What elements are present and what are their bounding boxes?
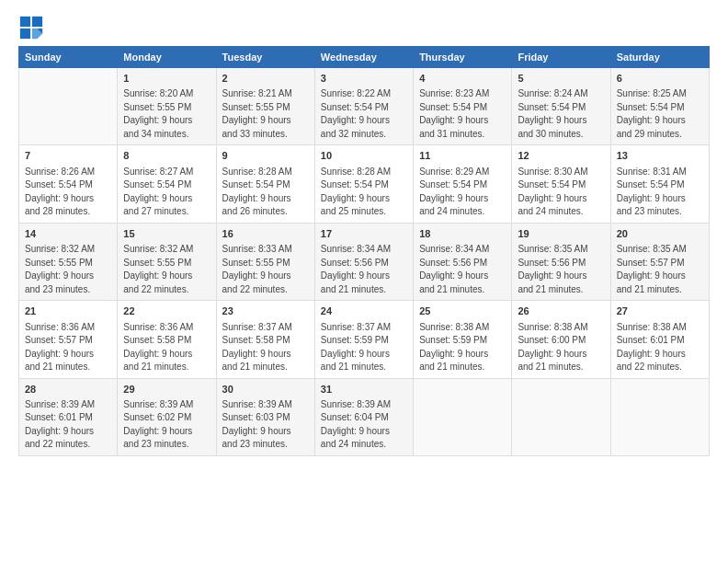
calendar-cell: 31Sunrise: 8:39 AM Sunset: 6:04 PM Dayli… (314, 378, 413, 455)
day-number: 12 (518, 149, 604, 163)
day-info: Sunrise: 8:22 AM Sunset: 5:54 PM Dayligh… (321, 87, 407, 141)
day-info: Sunrise: 8:32 AM Sunset: 5:55 PM Dayligh… (123, 243, 210, 296)
day-info: Sunrise: 8:37 AM Sunset: 5:58 PM Dayligh… (222, 321, 309, 374)
calendar-cell: 23Sunrise: 8:37 AM Sunset: 5:58 PM Dayli… (216, 301, 314, 378)
day-number: 23 (222, 304, 309, 318)
day-number: 22 (123, 304, 210, 318)
day-info: Sunrise: 8:28 AM Sunset: 5:54 PM Dayligh… (321, 166, 407, 219)
calendar-cell: 6Sunrise: 8:25 AM Sunset: 5:54 PM Daylig… (610, 68, 709, 145)
calendar-table: SundayMondayTuesdayWednesdayThursdayFrid… (18, 46, 710, 456)
day-info: Sunrise: 8:39 AM Sunset: 6:03 PM Dayligh… (222, 398, 309, 452)
day-number: 17 (321, 227, 407, 241)
day-info: Sunrise: 8:25 AM Sunset: 5:54 PM Dayligh… (617, 87, 703, 141)
calendar-cell: 29Sunrise: 8:39 AM Sunset: 6:02 PM Dayli… (118, 378, 216, 455)
calendar-cell: 1Sunrise: 8:20 AM Sunset: 5:55 PM Daylig… (118, 68, 216, 145)
day-number: 20 (617, 227, 703, 241)
calendar-cell (414, 378, 512, 455)
day-number: 2 (222, 72, 309, 86)
svg-rect-0 (20, 17, 30, 27)
svg-rect-2 (20, 29, 30, 39)
day-number: 3 (321, 72, 407, 86)
calendar-cell: 4Sunrise: 8:23 AM Sunset: 5:54 PM Daylig… (414, 68, 512, 145)
calendar-cell: 11Sunrise: 8:29 AM Sunset: 5:54 PM Dayli… (414, 145, 512, 223)
week-row-1: 1Sunrise: 8:20 AM Sunset: 5:55 PM Daylig… (19, 68, 710, 145)
calendar-cell: 18Sunrise: 8:34 AM Sunset: 5:56 PM Dayli… (414, 223, 512, 300)
col-header-tuesday: Tuesday (216, 47, 314, 68)
calendar-cell: 13Sunrise: 8:31 AM Sunset: 5:54 PM Dayli… (610, 145, 709, 223)
calendar-cell: 30Sunrise: 8:39 AM Sunset: 6:03 PM Dayli… (216, 378, 314, 455)
calendar-page: SundayMondayTuesdayWednesdayThursdayFrid… (0, 0, 728, 563)
day-info: Sunrise: 8:21 AM Sunset: 5:55 PM Dayligh… (222, 87, 309, 141)
logo (18, 15, 48, 40)
calendar-cell: 8Sunrise: 8:27 AM Sunset: 5:54 PM Daylig… (118, 145, 216, 223)
calendar-cell: 27Sunrise: 8:38 AM Sunset: 6:01 PM Dayli… (610, 301, 709, 378)
week-row-4: 21Sunrise: 8:36 AM Sunset: 5:57 PM Dayli… (19, 301, 710, 378)
day-info: Sunrise: 8:38 AM Sunset: 6:00 PM Dayligh… (518, 321, 604, 374)
day-info: Sunrise: 8:31 AM Sunset: 5:54 PM Dayligh… (617, 166, 703, 219)
day-info: Sunrise: 8:36 AM Sunset: 5:57 PM Dayligh… (25, 321, 111, 374)
col-header-saturday: Saturday (610, 47, 709, 68)
col-header-wednesday: Wednesday (314, 47, 413, 68)
week-row-5: 28Sunrise: 8:39 AM Sunset: 6:01 PM Dayli… (19, 378, 710, 455)
day-number: 15 (123, 227, 210, 241)
day-info: Sunrise: 8:37 AM Sunset: 5:59 PM Dayligh… (321, 321, 407, 374)
day-number: 10 (321, 149, 407, 163)
day-number: 30 (222, 383, 309, 396)
day-info: Sunrise: 8:35 AM Sunset: 5:56 PM Dayligh… (518, 243, 604, 296)
day-number: 21 (25, 304, 111, 318)
day-info: Sunrise: 8:34 AM Sunset: 5:56 PM Dayligh… (321, 243, 407, 296)
calendar-cell: 14Sunrise: 8:32 AM Sunset: 5:55 PM Dayli… (19, 223, 118, 300)
header (18, 15, 710, 40)
calendar-cell: 26Sunrise: 8:38 AM Sunset: 6:00 PM Dayli… (512, 301, 610, 378)
week-row-3: 14Sunrise: 8:32 AM Sunset: 5:55 PM Dayli… (19, 223, 710, 300)
calendar-cell: 24Sunrise: 8:37 AM Sunset: 5:59 PM Dayli… (314, 301, 413, 378)
day-info: Sunrise: 8:39 AM Sunset: 6:01 PM Dayligh… (25, 398, 111, 452)
day-info: Sunrise: 8:33 AM Sunset: 5:55 PM Dayligh… (222, 243, 309, 296)
day-info: Sunrise: 8:32 AM Sunset: 5:55 PM Dayligh… (25, 243, 111, 296)
day-number: 31 (321, 383, 407, 396)
calendar-cell: 25Sunrise: 8:38 AM Sunset: 5:59 PM Dayli… (414, 301, 512, 378)
day-info: Sunrise: 8:38 AM Sunset: 5:59 PM Dayligh… (419, 321, 506, 374)
day-info: Sunrise: 8:36 AM Sunset: 5:58 PM Dayligh… (123, 321, 210, 374)
calendar-cell: 16Sunrise: 8:33 AM Sunset: 5:55 PM Dayli… (216, 223, 314, 300)
calendar-cell: 22Sunrise: 8:36 AM Sunset: 5:58 PM Dayli… (118, 301, 216, 378)
day-number: 24 (321, 304, 407, 318)
day-info: Sunrise: 8:39 AM Sunset: 6:04 PM Dayligh… (321, 398, 407, 452)
col-header-friday: Friday (512, 47, 610, 68)
calendar-cell: 28Sunrise: 8:39 AM Sunset: 6:01 PM Dayli… (19, 378, 118, 455)
calendar-cell: 19Sunrise: 8:35 AM Sunset: 5:56 PM Dayli… (512, 223, 610, 300)
day-number: 25 (419, 304, 506, 318)
calendar-cell: 5Sunrise: 8:24 AM Sunset: 5:54 PM Daylig… (512, 68, 610, 145)
day-number: 5 (518, 72, 604, 86)
day-info: Sunrise: 8:24 AM Sunset: 5:54 PM Dayligh… (518, 87, 604, 141)
calendar-cell (19, 68, 118, 145)
logo-icon (18, 15, 44, 40)
day-info: Sunrise: 8:27 AM Sunset: 5:54 PM Dayligh… (123, 166, 210, 219)
day-info: Sunrise: 8:39 AM Sunset: 6:02 PM Dayligh… (123, 398, 210, 452)
col-header-monday: Monday (118, 47, 216, 68)
day-number: 28 (25, 383, 111, 396)
day-number: 27 (617, 304, 703, 318)
col-header-thursday: Thursday (414, 47, 512, 68)
day-number: 29 (123, 383, 210, 396)
week-row-2: 7Sunrise: 8:26 AM Sunset: 5:54 PM Daylig… (19, 145, 710, 223)
day-info: Sunrise: 8:30 AM Sunset: 5:54 PM Dayligh… (518, 166, 604, 219)
day-number: 26 (518, 304, 604, 318)
calendar-cell: 9Sunrise: 8:28 AM Sunset: 5:54 PM Daylig… (216, 145, 314, 223)
day-number: 8 (123, 149, 210, 163)
calendar-cell: 20Sunrise: 8:35 AM Sunset: 5:57 PM Dayli… (610, 223, 709, 300)
day-number: 18 (419, 227, 506, 241)
header-row: SundayMondayTuesdayWednesdayThursdayFrid… (19, 47, 710, 68)
calendar-cell: 2Sunrise: 8:21 AM Sunset: 5:55 PM Daylig… (216, 68, 314, 145)
calendar-cell (512, 378, 610, 455)
day-info: Sunrise: 8:34 AM Sunset: 5:56 PM Dayligh… (419, 243, 506, 296)
day-number: 19 (518, 227, 604, 241)
day-number: 9 (222, 149, 309, 163)
day-info: Sunrise: 8:29 AM Sunset: 5:54 PM Dayligh… (419, 166, 506, 219)
day-info: Sunrise: 8:35 AM Sunset: 5:57 PM Dayligh… (617, 243, 703, 296)
calendar-cell: 17Sunrise: 8:34 AM Sunset: 5:56 PM Dayli… (314, 223, 413, 300)
day-info: Sunrise: 8:28 AM Sunset: 5:54 PM Dayligh… (222, 166, 309, 219)
day-number: 4 (419, 72, 506, 86)
day-info: Sunrise: 8:20 AM Sunset: 5:55 PM Dayligh… (123, 87, 210, 141)
calendar-cell: 15Sunrise: 8:32 AM Sunset: 5:55 PM Dayli… (118, 223, 216, 300)
